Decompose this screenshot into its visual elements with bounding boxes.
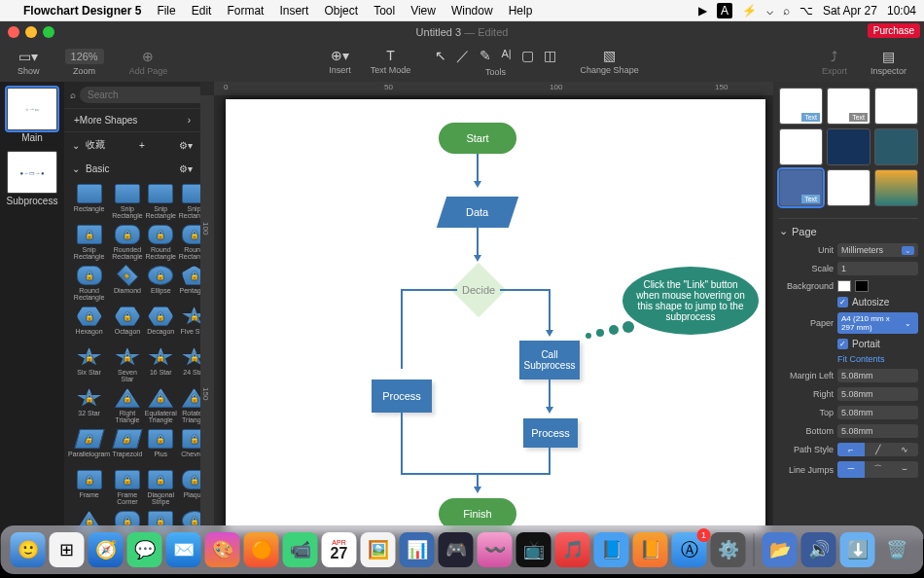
dock-app-3[interactable]: 🖼️ <box>361 532 396 567</box>
shape-plaque[interactable]: 🔒Plaque <box>179 468 200 507</box>
status-a-icon[interactable]: A <box>717 3 732 18</box>
purchase-button[interactable]: Purchase <box>868 23 920 38</box>
node-process-2[interactable]: Process <box>523 418 578 448</box>
shape-six-star[interactable]: 🔒Six Star <box>68 345 110 384</box>
insert-button[interactable]: ⊕▾Insert <box>321 46 359 79</box>
shape-right-triangle[interactable]: 🔒Right Triangle <box>112 386 143 425</box>
menu-edit[interactable]: Edit <box>192 4 212 18</box>
canvas[interactable]: 0 50 100 150 100 150 Start Data Decide P… <box>200 82 773 539</box>
dock-facetime[interactable]: 📹 <box>283 532 318 567</box>
app-name[interactable]: Flowchart Designer 5 <box>23 4 141 18</box>
dock-app-4[interactable]: 📊 <box>400 532 435 567</box>
shape-chevron[interactable]: 🔒Chevron <box>179 427 200 466</box>
dock-finder[interactable]: 🙂 <box>11 532 46 567</box>
menu-file[interactable]: File <box>157 4 175 18</box>
node-decide[interactable]: Decide <box>451 263 507 318</box>
path-style-segment[interactable]: ⌐╱∿ <box>837 443 918 456</box>
theme-4[interactable] <box>779 128 823 165</box>
page-surface[interactable]: Start Data Decide Process Call Subproces… <box>226 99 765 531</box>
shape-16-star[interactable]: 🔒16 Star <box>145 345 177 384</box>
dock-launchpad[interactable]: ⊞ <box>50 532 85 567</box>
shape-round-rectangle[interactable]: 🔒Round Rectangle <box>145 223 177 262</box>
dock-safari[interactable]: 🧭 <box>89 532 124 567</box>
text-mode-button[interactable]: TText Mode <box>363 46 419 79</box>
theme-6[interactable] <box>874 128 918 165</box>
favorites-section[interactable]: ⌄ 收藏 + ⚙▾ <box>64 132 200 158</box>
dock-downloads[interactable]: ⬇️ <box>840 532 875 567</box>
menu-format[interactable]: Format <box>227 4 264 18</box>
line-jumps-segment[interactable]: ─⌒⌣ <box>837 461 918 478</box>
margin-left-input[interactable]: 5.08mm <box>837 369 918 382</box>
add-page-button[interactable]: ⊕Add Page <box>122 47 176 78</box>
autosize-checkbox[interactable]: ✓ <box>837 297 848 307</box>
callout-note[interactable]: Click the "Link" button when mouse hover… <box>622 267 759 335</box>
shape-plus[interactable]: 🔒Plus <box>145 427 177 466</box>
theme-3[interactable] <box>874 88 918 125</box>
dock-app-7[interactable]: 📘 <box>594 532 629 567</box>
theme-2[interactable]: Text <box>827 88 871 125</box>
theme-9[interactable] <box>874 169 918 206</box>
status-wifi-icon[interactable]: ⌵ <box>766 4 773 18</box>
status-play-icon[interactable]: ▶ <box>698 4 707 18</box>
node-call-subprocess[interactable]: Call Subprocess <box>519 341 580 379</box>
bg-color-swatch[interactable] <box>837 280 851 292</box>
shape-snip-rectangle[interactable]: Snip Rectangle <box>112 182 143 221</box>
status-date[interactable]: Sat Apr 27 <box>823 4 877 18</box>
dock-trash[interactable]: 🗑️ <box>879 532 914 567</box>
theme-7[interactable]: Text <box>779 169 823 206</box>
paper-select[interactable]: A4 (210 mm x 297 mm)⌄ <box>837 312 918 334</box>
dock-app-2[interactable]: 🟠 <box>244 532 279 567</box>
minimize-button[interactable] <box>25 26 37 38</box>
margin-top-input[interactable]: 5.08mm <box>837 406 918 419</box>
change-shape-button[interactable]: ▧Change Shape <box>573 46 647 79</box>
union-tool[interactable]: ◫ <box>539 48 561 65</box>
fit-contents-link[interactable]: Fit Contents <box>837 354 885 364</box>
margin-right-input[interactable]: 5.08mm <box>837 387 918 401</box>
shape-seven-star[interactable]: 🔒Seven Star <box>112 345 143 384</box>
shape-snip-rectangle[interactable]: Snip Rectangle <box>145 182 177 221</box>
zoom-button[interactable]: 126%Zoom <box>57 47 112 78</box>
text-tool[interactable]: A| <box>496 48 515 65</box>
dock-app-9[interactable]: 📂 <box>763 532 798 567</box>
shape-octagon[interactable]: 🔒Octagon <box>112 305 143 343</box>
line-tool[interactable]: ／ <box>451 48 475 65</box>
menu-view[interactable]: View <box>410 4 436 18</box>
dock-calendar[interactable]: APR27 <box>322 532 357 567</box>
shape-24-star[interactable]: 🔒24 Star <box>179 345 200 384</box>
bg-color-swatch-2[interactable] <box>855 280 869 292</box>
dock-tv[interactable]: 📺 <box>516 532 551 567</box>
dock-app-1[interactable]: 🎨 <box>205 532 240 567</box>
dock-app-10[interactable]: 🔊 <box>801 532 836 567</box>
menu-tool[interactable]: Tool <box>373 4 395 18</box>
shape-rounded-rectangle[interactable]: 🔒Rounded Rectangle <box>112 223 143 262</box>
shape-trapezoid[interactable]: 🔒Trapezoid <box>112 427 143 466</box>
status-search-icon[interactable]: ⌕ <box>783 4 790 18</box>
scale-input[interactable]: 1 <box>837 262 918 275</box>
dock-app-5[interactable]: 🎮 <box>439 532 474 567</box>
shape-parallelogram[interactable]: 🔒Parallelogram <box>68 427 110 466</box>
zoom-value[interactable]: 126% <box>65 49 104 64</box>
shape-hexagon[interactable]: 🔒Hexagon <box>68 305 110 343</box>
plus-icon[interactable]: + <box>139 140 145 151</box>
menu-insert[interactable]: Insert <box>279 4 308 18</box>
shape-rotated-triangle[interactable]: 🔒Rotated Triangle <box>179 386 200 425</box>
theme-8[interactable] <box>827 169 871 206</box>
dock-settings[interactable]: ⚙️ <box>711 532 746 567</box>
node-process-1[interactable]: Process <box>372 379 432 413</box>
menu-object[interactable]: Object <box>324 4 358 18</box>
page-thumb-main[interactable]: ⬦→▭ Main <box>5 88 59 143</box>
shape-diagonal-stripe[interactable]: 🔒Diagonal Stripe <box>145 468 177 507</box>
show-button[interactable]: ▭▾Show <box>10 47 48 78</box>
shape-frame-corner[interactable]: 🔒Frame Corner <box>112 468 143 507</box>
node-data[interactable]: Data <box>437 197 518 228</box>
menu-help[interactable]: Help <box>509 4 533 18</box>
dock-messages[interactable]: 💬 <box>127 532 162 567</box>
shape-32-star[interactable]: 🔒32 Star <box>68 386 110 425</box>
gear-icon[interactable]: ⚙▾ <box>179 163 193 174</box>
basic-section[interactable]: ⌄ Basic ⚙▾ <box>64 158 200 180</box>
page-thumb-subprocess[interactable]: ●→▭→● Subprocess <box>5 151 59 206</box>
theme-5[interactable] <box>827 128 871 165</box>
shapes-search-input[interactable] <box>80 87 219 103</box>
export-button[interactable]: ⤴Export <box>814 47 855 78</box>
shape-tool[interactable]: ▢ <box>516 48 539 65</box>
